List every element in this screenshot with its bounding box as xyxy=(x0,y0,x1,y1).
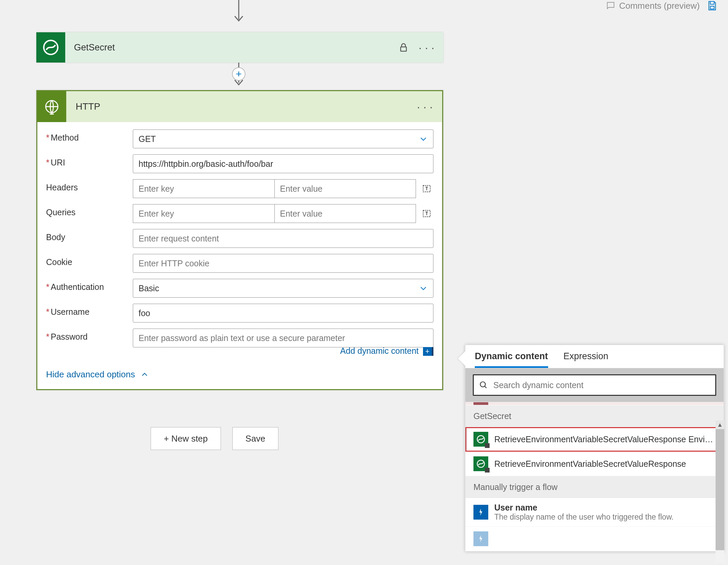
svg-rect-3 xyxy=(400,47,406,51)
add-step-button[interactable]: + xyxy=(232,67,245,81)
dynamic-item-retrieve-secret[interactable]: RetrieveEnvironmentVariableSecretValueRe… xyxy=(465,452,724,476)
dataverse-icon xyxy=(36,32,65,63)
section-header: GetSecret xyxy=(465,405,724,427)
dataverse-icon xyxy=(473,432,488,447)
tab-expression[interactable]: Expression xyxy=(564,351,609,368)
method-select[interactable]: GET xyxy=(133,129,433,148)
dynamic-content-panel: Dynamic content Expression GetSecret Ret… xyxy=(465,345,724,552)
chevron-down-icon xyxy=(419,284,428,293)
headers-value-input[interactable]: Enter value xyxy=(274,179,416,198)
more-icon[interactable]: · · · xyxy=(419,41,434,54)
headers-key-input[interactable]: Enter key xyxy=(133,179,274,198)
panel-pointer-icon xyxy=(458,351,465,366)
queries-label: Queries xyxy=(46,204,129,217)
dynamic-item-user-name[interactable]: User name The display name of the user w… xyxy=(465,498,724,527)
add-dynamic-plus-icon[interactable]: + xyxy=(423,347,433,356)
getsecret-card[interactable]: GetSecret · · · xyxy=(36,32,443,63)
http-card-header[interactable]: HTTP · · · xyxy=(37,91,442,122)
text-mode-icon xyxy=(422,184,431,193)
card-title: GetSecret xyxy=(74,42,115,53)
more-icon[interactable]: · · · xyxy=(417,100,433,113)
uri-input[interactable]: https://httpbin.org/basic-auth/foo/bar xyxy=(133,154,433,173)
headers-label: Headers xyxy=(46,179,129,192)
password-label: *Password xyxy=(46,329,129,342)
body-input[interactable]: Enter request content xyxy=(133,229,433,248)
flow-arrow-icon xyxy=(234,0,244,27)
chevron-down-icon xyxy=(419,135,428,143)
cookie-input[interactable]: Enter HTTP cookie xyxy=(133,254,433,273)
username-input[interactable]: foo xyxy=(133,304,433,323)
authentication-label: *Authentication xyxy=(46,279,129,292)
dynamic-item-retrieve-secret-envi[interactable]: RetrieveEnvironmentVariableSecretValueRe… xyxy=(465,427,724,452)
svg-line-11 xyxy=(485,386,486,388)
headers-mode-toggle[interactable] xyxy=(420,182,433,195)
method-label: *Method xyxy=(46,129,129,143)
http-card: HTTP · · · *Method GET *URI https://http… xyxy=(36,90,443,390)
lock-icon xyxy=(398,42,409,53)
new-step-button[interactable]: + New step xyxy=(151,427,221,450)
dataverse-icon xyxy=(473,456,488,471)
dynamic-search-input[interactable] xyxy=(473,374,716,396)
queries-mode-toggle[interactable] xyxy=(420,207,433,220)
scroll-up-icon[interactable]: ▲ xyxy=(716,420,724,429)
flow-trigger-icon xyxy=(473,531,488,546)
flow-trigger-icon xyxy=(473,505,488,520)
search-icon xyxy=(479,381,488,389)
password-input[interactable]: Enter password as plain text or use a se… xyxy=(133,329,433,347)
add-dynamic-content-link[interactable]: Add dynamic content xyxy=(340,346,419,355)
text-mode-icon xyxy=(422,209,431,218)
save-button[interactable]: Save xyxy=(232,427,278,450)
globe-icon xyxy=(37,91,66,122)
username-label: *Username xyxy=(46,304,129,317)
hide-advanced-toggle[interactable]: Hide advanced options xyxy=(46,366,433,380)
uri-label: *URI xyxy=(46,154,129,167)
chevron-up-icon xyxy=(141,371,149,379)
tab-dynamic-content[interactable]: Dynamic content xyxy=(475,351,548,368)
queries-key-input[interactable]: Enter key xyxy=(133,204,274,223)
dynamic-item-partial[interactable] xyxy=(465,527,724,551)
panel-scrollbar[interactable]: ▲ xyxy=(716,420,724,565)
svg-point-10 xyxy=(480,382,485,387)
authentication-select[interactable]: Basic xyxy=(133,279,433,298)
body-label: Body xyxy=(46,229,129,242)
cookie-label: Cookie xyxy=(46,254,129,267)
section-header: Manually trigger a flow xyxy=(465,476,724,498)
card-title: HTTP xyxy=(76,101,100,112)
queries-value-input[interactable]: Enter value xyxy=(274,204,416,223)
